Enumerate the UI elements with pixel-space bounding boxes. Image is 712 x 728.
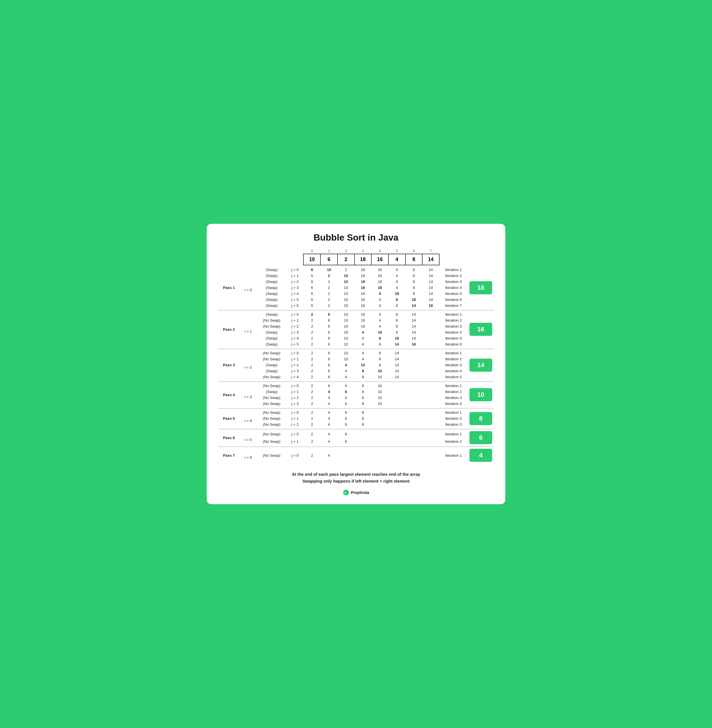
cell-p1r4c1: 6	[320, 335, 338, 341]
col-index-2: 2	[338, 249, 355, 254]
cell-p2r3c1: 6	[320, 368, 338, 374]
footer-text: At the end of each pass largest element …	[218, 471, 494, 485]
cell-p1r0c7	[422, 310, 439, 317]
cell-p3r3c2: 6	[338, 401, 355, 407]
cell-p0r5c2: 10	[338, 297, 355, 302]
iteration-label-p0r4: Iteration 5	[439, 291, 468, 297]
cell-p0r4c5: 18	[389, 291, 405, 297]
initial-array-cell-5: 4	[389, 254, 405, 265]
cell-p1r1c7	[422, 317, 439, 323]
cell-p0r2c1: 2	[320, 279, 338, 285]
i-label-2: i = 2	[240, 349, 257, 380]
swap-label-p5r0: (No Swap)	[257, 429, 286, 437]
cell-p0r1c5: 4	[389, 273, 405, 279]
cell-p2r3c6	[405, 368, 423, 374]
cell-p1r4c7	[422, 335, 439, 341]
cell-p5r0c7	[422, 429, 439, 437]
cell-p2r2c1: 6	[320, 362, 338, 368]
cell-p3r2c4: 10	[371, 395, 389, 401]
cell-p1r3c1: 6	[320, 329, 338, 335]
initial-array-cell-6: 8	[405, 254, 423, 265]
cell-p3r0c5	[389, 382, 405, 389]
cell-p1r1c1: 6	[320, 317, 338, 323]
cell-p1r3c7	[422, 329, 439, 335]
swap-label-p5r1: (No Swap)	[257, 438, 286, 445]
cell-p0r2c0: 6	[303, 279, 320, 285]
cell-p1r5c7	[422, 341, 439, 347]
cell-p1r3c5: 8	[389, 329, 405, 335]
cell-p2r1c3: 4	[355, 356, 372, 362]
svg-text:P: P	[344, 491, 346, 494]
iteration-label-p1r5: Iteration 6	[439, 341, 468, 347]
cell-p1r0c2: 10	[338, 310, 355, 317]
cell-p1r0c4: 4	[371, 310, 389, 317]
pass-label-2: Pass 3	[218, 349, 240, 380]
cell-p2r1c0: 2	[303, 356, 320, 362]
i-label-3: i = 3	[240, 382, 257, 407]
cell-p2r1c7	[422, 356, 439, 362]
cell-p6r0c4	[371, 447, 389, 463]
cell-p1r4c4: 8	[371, 335, 389, 341]
cell-p1r4c0: 2	[303, 335, 320, 341]
result-value-p3: 10	[469, 388, 492, 401]
iteration-label-p0r0: Iteration 1	[439, 267, 468, 273]
cell-p2r2c3: 10	[355, 362, 372, 368]
result-box-p5: 6	[468, 429, 494, 445]
cell-p5r0c6	[405, 429, 423, 437]
j-label-p2r3: j = 3	[286, 368, 304, 374]
cell-p4r0c6	[405, 408, 423, 415]
j-label-p3r1: j = 1	[286, 389, 304, 395]
cell-p0r4c2: 10	[338, 291, 355, 297]
iteration-label-p1r0: Iteration 1	[439, 310, 468, 317]
swap-label-p2r3: (Swap)	[257, 368, 286, 374]
j-label-p0r4: j = 4	[286, 291, 304, 297]
cell-p3r1c3: 8	[355, 389, 372, 395]
cell-p1r5c3: 4	[355, 341, 372, 347]
cell-p0r2c6: 8	[405, 279, 423, 285]
cell-p4r0c4	[371, 408, 389, 415]
swap-label-p1r1: (No Swap)	[257, 317, 286, 323]
col-index-5: 5	[389, 249, 405, 254]
cell-p0r0c5: 4	[389, 267, 405, 273]
cell-p0r5c4: 4	[371, 297, 389, 302]
cell-p5r1c6	[405, 438, 423, 445]
j-label-p4r2: j = 2	[286, 421, 304, 427]
j-label-p3r2: j = 2	[286, 395, 304, 401]
cell-p4r2c0: 2	[303, 421, 320, 427]
cell-p1r4c5: 16	[389, 335, 405, 341]
cell-p3r1c6	[405, 389, 423, 395]
j-label-p4r0: j = 0	[286, 408, 304, 415]
swap-label-p4r1: (No Swap)	[257, 415, 286, 421]
cell-p4r1c1: 4	[320, 415, 338, 421]
swap-label-p1r5: (Swap)	[257, 341, 286, 347]
cell-p4r1c2: 6	[338, 415, 355, 421]
cell-p2r0c3: 4	[355, 349, 372, 356]
iteration-label-p0r6: Iteration 7	[439, 302, 468, 308]
swap-label-p0r0: (Swap)	[257, 267, 286, 273]
cell-p2r4c5: 14	[389, 374, 405, 380]
iteration-label-p2r1: Iteration 2	[439, 356, 468, 362]
cell-p5r0c0: 2	[303, 429, 320, 437]
initial-array-cell-2: 2	[338, 254, 355, 265]
cell-p1r2c6: 14	[405, 323, 423, 329]
cell-p1r3c2: 10	[338, 329, 355, 335]
cell-p1r1c2: 10	[338, 317, 355, 323]
cell-p2r4c4: 10	[371, 374, 389, 380]
col-index-0: 0	[303, 249, 320, 254]
cell-p2r1c6	[405, 356, 423, 362]
cell-p1r2c2: 10	[338, 323, 355, 329]
cell-p4r1c5	[389, 415, 405, 421]
col-index-7: 7	[422, 249, 439, 254]
initial-array-cell-1: 6	[320, 254, 338, 265]
swap-label-p0r3: (Swap)	[257, 285, 286, 291]
iteration-label-p0r2: Iteration 3	[439, 279, 468, 285]
cell-p1r5c4: 8	[371, 341, 389, 347]
cell-p3r3c1: 4	[320, 401, 338, 407]
cell-p1r5c5: 14	[389, 341, 405, 347]
bubble-sort-table: 01234567106218164814Pass 1i = 0(Swap)j =…	[218, 249, 494, 464]
col-index-3: 3	[355, 249, 372, 254]
cell-p6r0c6	[405, 447, 423, 463]
cell-p3r3c6	[405, 401, 423, 407]
cell-p0r0c0: 6	[303, 267, 320, 273]
i-label-6: i = 6	[240, 447, 257, 463]
